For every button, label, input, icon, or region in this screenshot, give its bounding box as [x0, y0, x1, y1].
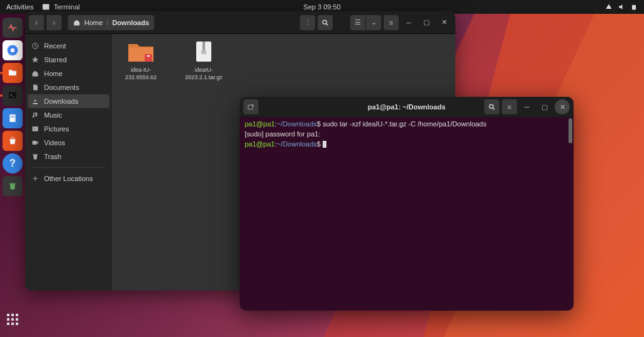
sidebar-item-label: Other Locations [44, 175, 93, 182]
dock-terminal[interactable]: >_ [3, 86, 23, 106]
power-icon [630, 3, 638, 11]
dock-software-store[interactable] [3, 131, 23, 151]
music-icon [31, 111, 39, 119]
sidebar-item-starred[interactable]: Starred [25, 53, 112, 67]
svg-rect-15 [145, 54, 152, 62]
sidebar-item-label: Home [44, 70, 62, 77]
breadcrumb[interactable]: Home / Downloads [68, 15, 154, 30]
network-icon [605, 3, 613, 11]
maximize-button[interactable]: ▢ [419, 15, 434, 30]
sidebar-item-documents[interactable]: Documents [25, 80, 112, 94]
terminal-line: pa1@pa1:~/Downloads$ sudo tar -xzf ideaI… [245, 119, 569, 130]
folder-icon [127, 40, 155, 63]
svg-rect-0 [43, 4, 50, 10]
active-app-menu[interactable]: Terminal [42, 3, 80, 11]
svg-point-12 [34, 128, 35, 130]
sidebar-item-videos[interactable]: Videos [25, 136, 112, 150]
breadcrumb-current[interactable]: Downloads [112, 19, 149, 26]
sidebar-item-recent[interactable]: Recent [25, 39, 112, 53]
search-icon [321, 19, 329, 26]
terminal-window: pa1@pa1: ~/Downloads ≡ ─ ▢ ✕ pa1@pa1:~/D… [240, 97, 574, 311]
clock-icon [31, 42, 39, 50]
svg-rect-19 [201, 50, 206, 54]
dock-text-editor[interactable] [3, 108, 23, 128]
svg-rect-13 [33, 141, 37, 145]
sidebar-item-label: Pictures [44, 125, 69, 133]
minimize-button[interactable]: ─ [401, 15, 416, 30]
video-icon [31, 139, 39, 146]
sidebar-item-home[interactable]: Home [25, 67, 112, 80]
svg-rect-18 [203, 41, 205, 50]
trash-icon [31, 153, 39, 160]
forward-button[interactable]: › [47, 15, 62, 30]
dock-show-apps[interactable] [3, 309, 23, 329]
dock-help[interactable]: ? [3, 153, 23, 174]
more-button[interactable]: ⋮ [300, 15, 315, 30]
clock[interactable]: Sep 3 09:50 [303, 3, 340, 11]
home-icon [73, 19, 80, 26]
sidebar-item-label: Starred [44, 56, 67, 64]
new-tab-button[interactable] [243, 99, 258, 114]
breadcrumb-home[interactable]: Home [84, 19, 103, 26]
files-titlebar: ‹ › Home / Downloads ⋮ ☰ ⌄ ≡ ─ ▢ ✕ [25, 11, 455, 34]
terminal-hamburger[interactable]: ≡ [502, 99, 517, 114]
svg-rect-9 [9, 183, 15, 184]
file-item[interactable]: idea-IU-232.9559.62 [118, 40, 164, 81]
file-label: ideaIU-2023.2.1.tar.gz [181, 67, 226, 81]
terminal-close[interactable]: ✕ [555, 99, 570, 114]
terminal-icon [42, 3, 50, 11]
sidebar-item-music[interactable]: Music [25, 108, 112, 122]
terminal-search-button[interactable] [484, 99, 499, 114]
dock: >_ ? [0, 14, 25, 337]
terminal-line: pa1@pa1:~/Downloads$ [245, 140, 569, 150]
svg-rect-16 [147, 55, 150, 57]
dock-system-monitor[interactable] [3, 18, 23, 38]
terminal-title: pa1@pa1: ~/Downloads [368, 103, 446, 111]
home-icon [31, 70, 39, 77]
terminal-body[interactable]: pa1@pa1:~/Downloads$ sudo tar -xzf ideaI… [240, 117, 574, 311]
system-tray[interactable] [605, 3, 644, 11]
svg-point-3 [11, 48, 15, 53]
file-label: idea-IU-232.9559.62 [118, 67, 164, 81]
svg-rect-6 [9, 114, 15, 122]
sidebar-item-trash[interactable]: Trash [25, 150, 112, 163]
svg-rect-8 [11, 117, 15, 118]
svg-rect-7 [11, 116, 15, 116]
plus-icon [31, 175, 39, 182]
svg-point-10 [323, 20, 326, 24]
close-button[interactable]: ✕ [436, 15, 452, 30]
files-sidebar: RecentStarredHomeDocumentsDownloadsMusic… [25, 34, 112, 290]
view-dropdown[interactable]: ⌄ [366, 15, 381, 30]
back-button[interactable]: ‹ [29, 15, 44, 30]
dock-trash[interactable] [3, 176, 23, 196]
svg-point-21 [489, 104, 493, 108]
scrollbar[interactable] [569, 118, 572, 143]
sidebar-item-label: Trash [44, 153, 62, 160]
sidebar-item-pictures[interactable]: Pictures [25, 122, 112, 136]
search-icon [488, 103, 496, 111]
sidebar-item-label: Recent [44, 42, 66, 50]
terminal-line: [sudo] password for pa1: [245, 130, 569, 140]
doc-icon [31, 84, 39, 91]
sidebar-item-downloads[interactable]: Downloads [28, 94, 109, 108]
activities-button[interactable]: Activities [6, 3, 33, 11]
svg-rect-1 [632, 5, 636, 10]
icon-view-button[interactable]: ☰ [350, 15, 365, 30]
picture-icon [31, 125, 39, 133]
sidebar-item-label: Downloads [44, 97, 78, 105]
volume-icon [618, 3, 625, 11]
terminal-titlebar: pa1@pa1: ~/Downloads ≡ ─ ▢ ✕ [240, 97, 574, 117]
file-item[interactable]: ideaIU-2023.2.1.tar.gz [181, 40, 226, 81]
hamburger-button[interactable]: ≡ [384, 15, 399, 30]
terminal-maximize[interactable]: ▢ [537, 99, 552, 114]
search-button[interactable] [318, 15, 333, 30]
archive-icon [190, 40, 218, 63]
dock-chrome[interactable] [3, 40, 23, 60]
download-icon [31, 97, 39, 105]
terminal-minimize[interactable]: ─ [519, 99, 535, 114]
new-tab-icon [247, 103, 255, 111]
active-app-label: Terminal [53, 3, 80, 11]
dock-files[interactable] [3, 63, 23, 83]
sidebar-item-other-locations[interactable]: Other Locations [25, 172, 112, 185]
sidebar-item-label: Videos [44, 139, 65, 146]
